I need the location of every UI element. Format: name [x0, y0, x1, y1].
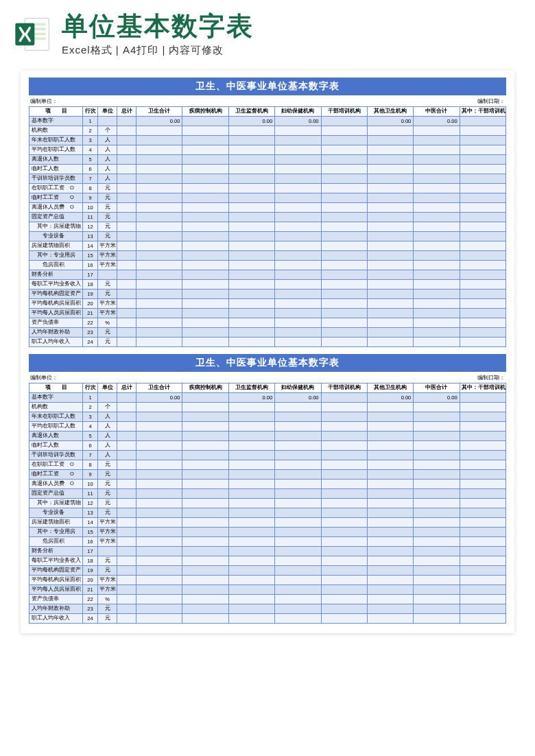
data-cell[interactable]: [182, 402, 228, 412]
data-cell[interactable]: [182, 126, 228, 135]
data-cell[interactable]: [414, 250, 460, 260]
data-cell[interactable]: [228, 174, 274, 183]
data-cell[interactable]: [321, 460, 367, 469]
data-cell[interactable]: [117, 498, 136, 508]
data-cell[interactable]: 0.00: [136, 116, 182, 126]
data-cell[interactable]: [321, 594, 367, 604]
data-cell[interactable]: [460, 154, 506, 164]
data-cell[interactable]: [367, 327, 413, 337]
data-cell[interactable]: [414, 289, 460, 298]
data-cell[interactable]: [228, 126, 274, 135]
data-cell[interactable]: [321, 565, 367, 575]
data-cell[interactable]: [367, 164, 413, 174]
data-cell[interactable]: [117, 308, 136, 318]
data-cell[interactable]: [182, 116, 228, 126]
data-cell[interactable]: [117, 421, 136, 431]
data-cell[interactable]: [460, 116, 506, 126]
data-cell[interactable]: [414, 613, 460, 623]
data-cell[interactable]: [321, 250, 367, 260]
data-cell[interactable]: [228, 135, 274, 145]
data-cell[interactable]: [136, 241, 182, 250]
data-cell[interactable]: [414, 479, 460, 488]
data-cell[interactable]: [367, 460, 413, 469]
data-cell[interactable]: [228, 164, 274, 174]
data-cell[interactable]: [117, 154, 136, 164]
data-cell[interactable]: [321, 174, 367, 183]
data-cell[interactable]: [321, 508, 367, 517]
data-cell[interactable]: [136, 174, 182, 183]
data-cell[interactable]: [414, 145, 460, 154]
data-cell[interactable]: [321, 183, 367, 193]
data-cell[interactable]: [136, 250, 182, 260]
data-cell[interactable]: [117, 402, 136, 412]
data-cell[interactable]: [182, 536, 228, 546]
data-cell[interactable]: [367, 584, 413, 594]
data-cell[interactable]: [136, 145, 182, 154]
data-cell[interactable]: [414, 527, 460, 536]
data-cell[interactable]: [367, 174, 413, 183]
data-cell[interactable]: [414, 174, 460, 183]
data-cell[interactable]: [414, 488, 460, 498]
data-cell[interactable]: [460, 231, 506, 241]
data-cell[interactable]: [460, 222, 506, 231]
data-cell[interactable]: [117, 212, 136, 222]
data-cell[interactable]: [367, 450, 413, 460]
data-cell[interactable]: [182, 556, 228, 565]
data-cell[interactable]: [182, 145, 228, 154]
data-cell[interactable]: [275, 450, 321, 460]
data-cell[interactable]: [460, 556, 506, 565]
data-cell[interactable]: [182, 488, 228, 498]
data-cell[interactable]: [117, 135, 136, 145]
data-cell[interactable]: [367, 508, 413, 517]
data-cell[interactable]: [321, 575, 367, 584]
data-cell[interactable]: [367, 250, 413, 260]
data-cell[interactable]: [321, 469, 367, 479]
data-cell[interactable]: [367, 412, 413, 421]
data-cell[interactable]: [367, 145, 413, 154]
data-cell[interactable]: [414, 440, 460, 450]
data-cell[interactable]: [367, 527, 413, 536]
data-cell[interactable]: [414, 298, 460, 308]
data-cell[interactable]: [321, 318, 367, 327]
data-cell[interactable]: [182, 613, 228, 623]
data-cell[interactable]: [460, 164, 506, 174]
data-cell[interactable]: [117, 289, 136, 298]
data-cell[interactable]: [367, 318, 413, 327]
data-cell[interactable]: [182, 289, 228, 298]
data-cell[interactable]: [460, 279, 506, 289]
data-cell[interactable]: [275, 193, 321, 202]
data-cell[interactable]: [460, 536, 506, 546]
data-cell[interactable]: [182, 279, 228, 289]
data-cell[interactable]: [321, 327, 367, 337]
data-cell[interactable]: [367, 154, 413, 164]
data-cell[interactable]: [117, 279, 136, 289]
data-cell[interactable]: [460, 241, 506, 250]
data-cell[interactable]: [228, 145, 274, 154]
data-cell[interactable]: [228, 260, 274, 270]
data-cell[interactable]: [460, 289, 506, 298]
data-cell[interactable]: [414, 337, 460, 346]
data-cell[interactable]: [414, 412, 460, 421]
data-cell[interactable]: [275, 164, 321, 174]
data-cell[interactable]: [275, 241, 321, 250]
data-cell[interactable]: [275, 584, 321, 594]
data-cell[interactable]: [228, 565, 274, 575]
data-cell[interactable]: [182, 212, 228, 222]
data-cell[interactable]: [117, 508, 136, 517]
data-cell[interactable]: [182, 174, 228, 183]
data-cell[interactable]: [321, 498, 367, 508]
data-cell[interactable]: [321, 279, 367, 289]
data-cell[interactable]: [367, 289, 413, 298]
data-cell[interactable]: [136, 318, 182, 327]
data-cell[interactable]: [136, 231, 182, 241]
data-cell[interactable]: [460, 412, 506, 421]
data-cell[interactable]: [136, 469, 182, 479]
data-cell[interactable]: [367, 193, 413, 202]
data-cell[interactable]: [136, 536, 182, 546]
data-cell[interactable]: [182, 575, 228, 584]
data-cell[interactable]: [275, 460, 321, 469]
data-cell[interactable]: [182, 327, 228, 337]
data-cell[interactable]: [460, 479, 506, 488]
data-cell[interactable]: [117, 202, 136, 212]
data-cell[interactable]: [182, 231, 228, 241]
